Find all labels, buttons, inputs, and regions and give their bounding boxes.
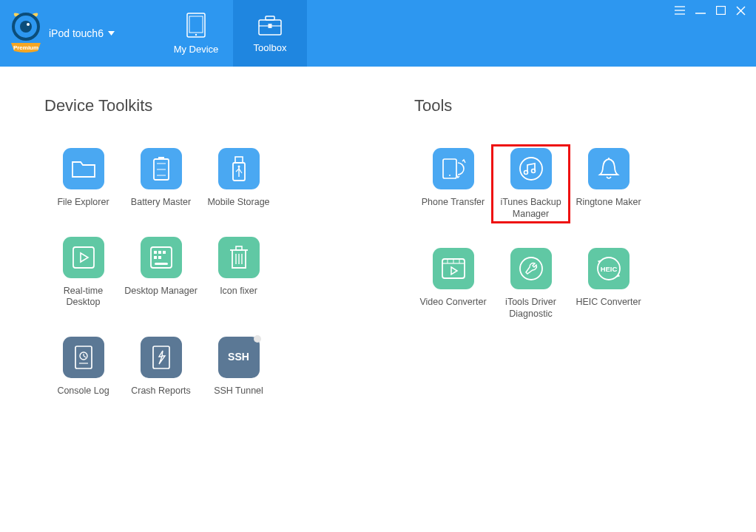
tool-real-time-desktop[interactable]: Real-time Desktop bbox=[44, 234, 122, 312]
tool-file-explorer[interactable]: File Explorer bbox=[44, 145, 122, 212]
svg-rect-27 bbox=[73, 247, 94, 268]
device-dropdown[interactable]: iPod touch6 bbox=[49, 27, 115, 39]
svg-rect-30 bbox=[158, 251, 161, 254]
toolbox-icon bbox=[257, 14, 283, 36]
svg-point-6 bbox=[195, 33, 197, 35]
tab-label: My Device bbox=[174, 44, 219, 55]
folder-icon bbox=[63, 148, 104, 189]
header-tabs: My Device Toolbox bbox=[159, 0, 307, 67]
svg-point-2 bbox=[27, 23, 30, 26]
tool-label: Console Log bbox=[57, 385, 109, 397]
svg-point-48 bbox=[520, 158, 542, 180]
phone-transfer-icon bbox=[433, 148, 474, 189]
tool-crash-reports[interactable]: Crash Reports bbox=[122, 334, 200, 400]
tool-label: Mobile Storage bbox=[207, 197, 269, 209]
device-toolkits-grid: File Explorer Battery Master Mobile Stor… bbox=[44, 145, 355, 400]
svg-line-43 bbox=[84, 356, 86, 357]
close-icon[interactable] bbox=[736, 6, 746, 16]
ssh-text: SSH bbox=[228, 351, 249, 364]
tool-console-log[interactable]: Console Log bbox=[44, 334, 122, 400]
tool-battery-master[interactable]: Battery Master bbox=[122, 145, 200, 212]
svg-rect-40 bbox=[75, 346, 92, 368]
tool-ringtone-maker[interactable]: Ringtone Maker bbox=[570, 145, 647, 223]
tab-toolbox[interactable]: Toolbox bbox=[233, 0, 307, 67]
chevron-down-icon bbox=[108, 31, 115, 36]
window-controls bbox=[675, 0, 756, 67]
video-icon bbox=[433, 248, 474, 289]
tool-heic-converter[interactable]: HEIC HEIC Converter bbox=[570, 245, 647, 323]
tools-grid: Phone Transfer iTunes Backup Manager Rin… bbox=[414, 145, 712, 323]
svg-rect-10 bbox=[269, 24, 272, 28]
svg-point-50 bbox=[531, 169, 535, 173]
tool-phone-transfer[interactable]: Phone Transfer bbox=[414, 145, 492, 223]
svg-rect-23 bbox=[235, 157, 243, 163]
device-name: iPod touch6 bbox=[49, 27, 104, 39]
svg-point-49 bbox=[524, 171, 527, 175]
svg-rect-8 bbox=[266, 16, 274, 20]
tool-icon-fixer[interactable]: Icon fixer bbox=[200, 234, 277, 312]
tool-mobile-storage[interactable]: Mobile Storage bbox=[200, 145, 277, 212]
tool-label: Video Converter bbox=[419, 297, 486, 309]
tool-itunes-backup-manager[interactable]: iTunes Backup Manager bbox=[492, 145, 570, 223]
tool-desktop-manager[interactable]: Desktop Manager bbox=[122, 234, 200, 312]
usb-icon bbox=[218, 148, 260, 189]
battery-icon bbox=[141, 148, 182, 189]
badge-dot bbox=[254, 335, 261, 343]
svg-rect-36 bbox=[236, 246, 242, 250]
svg-point-26 bbox=[237, 166, 240, 168]
tool-ssh-tunnel[interactable]: SSH SSH Tunnel bbox=[200, 334, 277, 400]
svg-rect-29 bbox=[154, 251, 157, 254]
heic-icon: HEIC bbox=[588, 248, 630, 289]
svg-point-57 bbox=[520, 257, 542, 280]
svg-point-1 bbox=[20, 21, 32, 33]
ssh-icon: SSH bbox=[218, 337, 260, 378]
maximize-icon[interactable] bbox=[716, 6, 726, 15]
tool-label: HEIC Converter bbox=[576, 297, 641, 309]
tool-label: Ringtone Maker bbox=[576, 197, 641, 209]
tool-label: iTunes Backup Manager bbox=[493, 197, 568, 220]
svg-text:Premium: Premium bbox=[13, 44, 38, 51]
svg-rect-33 bbox=[158, 256, 161, 259]
trash-icon bbox=[218, 237, 260, 278]
tools-section: Tools Phone Transfer iTunes Backup Manag… bbox=[414, 96, 712, 400]
section-title: Tools bbox=[414, 96, 712, 115]
svg-rect-15 bbox=[717, 7, 726, 15]
menu-icon[interactable] bbox=[675, 6, 685, 15]
tab-label: Toolbox bbox=[254, 42, 287, 53]
tool-label: Icon fixer bbox=[220, 286, 257, 297]
crash-icon bbox=[141, 337, 182, 378]
grid-icon bbox=[141, 237, 182, 278]
tool-label: Battery Master bbox=[131, 197, 191, 209]
device-toolkits-section: Device Toolkits File Explorer Battery Ma… bbox=[44, 96, 355, 400]
svg-point-47 bbox=[449, 175, 450, 176]
tab-my-device[interactable]: My Device bbox=[159, 0, 233, 67]
bell-icon bbox=[588, 148, 630, 189]
section-title: Device Toolkits bbox=[44, 96, 355, 115]
tool-video-converter[interactable]: Video Converter bbox=[414, 245, 492, 323]
wrench-icon bbox=[510, 248, 552, 289]
tablet-icon bbox=[185, 13, 207, 38]
content: Device Toolkits File Explorer Battery Ma… bbox=[0, 67, 756, 400]
itunes-backup-icon bbox=[510, 148, 552, 189]
play-icon bbox=[63, 237, 104, 278]
tool-label: File Explorer bbox=[57, 197, 109, 209]
svg-text:HEIC: HEIC bbox=[600, 265, 617, 273]
tool-label: iTools Driver Diagnostic bbox=[493, 297, 568, 320]
app-logo: Premium bbox=[7, 7, 44, 59]
svg-rect-34 bbox=[155, 263, 168, 265]
svg-rect-4 bbox=[187, 13, 205, 37]
minimize-icon[interactable] bbox=[695, 6, 706, 15]
tool-label: Phone Transfer bbox=[422, 197, 485, 209]
svg-rect-5 bbox=[189, 16, 203, 33]
tool-itools-driver-diagnostic[interactable]: iTools Driver Diagnostic bbox=[492, 245, 570, 323]
tool-label: Desktop Manager bbox=[124, 286, 198, 297]
svg-rect-31 bbox=[163, 251, 166, 254]
tool-label: Crash Reports bbox=[131, 385, 191, 397]
log-icon bbox=[63, 337, 104, 378]
header-left: Premium iPod touch6 bbox=[0, 0, 159, 67]
tool-label: SSH Tunnel bbox=[214, 385, 263, 397]
tool-label: Real-time Desktop bbox=[46, 286, 121, 309]
header: Premium iPod touch6 My Device Toolbox bbox=[0, 0, 756, 67]
svg-rect-32 bbox=[154, 256, 157, 259]
